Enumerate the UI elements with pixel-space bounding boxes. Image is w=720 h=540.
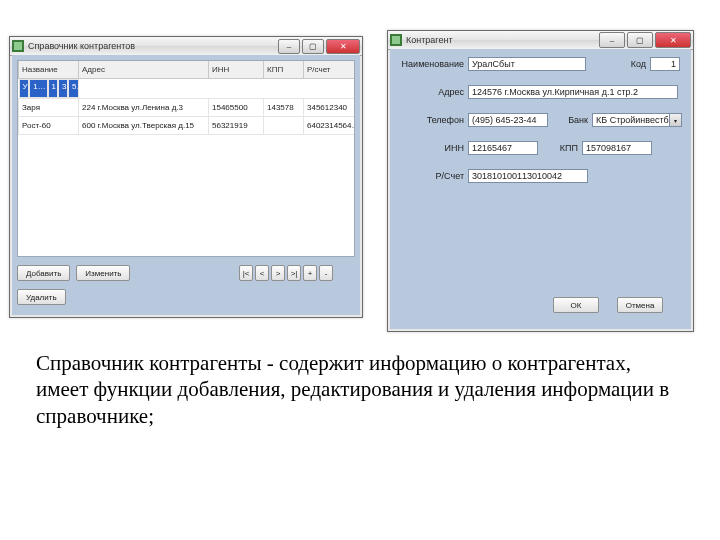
rs-label: Р/Счет	[398, 171, 468, 181]
inn-label: ИНН	[398, 143, 468, 153]
minimize-button[interactable]: –	[599, 32, 625, 48]
col-kpp[interactable]: КПП	[264, 61, 304, 79]
bank-label: Банк	[548, 115, 592, 125]
code-input[interactable]: 1	[650, 57, 680, 71]
nav-prev-button[interactable]: <	[255, 265, 269, 281]
app-icon	[390, 34, 402, 46]
rs-input[interactable]: 301810100113010042	[468, 169, 588, 183]
cell: 124576 г.Москва ул.Кирпичная д.1 стр.2	[29, 79, 47, 98]
addr-input[interactable]: 124576 г.Москва ул.Кирпичная д.1 стр.2	[468, 85, 678, 99]
addr-label: Адрес	[398, 87, 468, 97]
cell: Рост-60	[19, 117, 79, 135]
cancel-button[interactable]: Отмена	[617, 297, 663, 313]
phone-label: Телефон	[398, 115, 468, 125]
delete-button[interactable]: Удалить	[17, 289, 66, 305]
add-button[interactable]: Добавить	[17, 265, 70, 281]
close-button[interactable]: ✕	[326, 39, 360, 54]
cell: 15465500	[209, 99, 264, 117]
col-addr[interactable]: Адрес	[79, 61, 209, 79]
phone-input[interactable]: (495) 645-23-44	[468, 113, 548, 127]
table-row[interactable]: УралСбыт124576 г.Москва ул.Кирпичная д.1…	[19, 79, 79, 98]
name-input[interactable]: УралСбыт	[468, 57, 586, 71]
maximize-button[interactable]: ▢	[302, 39, 324, 54]
name-label: Наименование	[398, 59, 468, 69]
table-row[interactable]: Рост-60600 г.Москва ул.Тверская д.155632…	[19, 117, 356, 135]
cell: 56321919	[209, 117, 264, 135]
cell: 362716	[58, 79, 68, 98]
code-label: Код	[586, 59, 650, 69]
close-button[interactable]: ✕	[655, 32, 691, 48]
cell: 600 г.Москва ул.Тверская д.15	[79, 117, 209, 135]
contragent-form-window: Контрагент – ▢ ✕ Наименование УралСбыт К…	[387, 30, 694, 332]
cell: 12165467	[48, 79, 59, 98]
cell: 224 г.Москва ул.Ленина д.3	[79, 99, 209, 117]
svg-rect-1	[14, 42, 22, 50]
cell: Заря	[19, 99, 79, 117]
maximize-button[interactable]: ▢	[627, 32, 653, 48]
nav-del-button[interactable]: -	[319, 265, 333, 281]
app-icon	[12, 40, 24, 52]
cell: 640231456468729	[304, 117, 356, 135]
cell	[264, 117, 304, 135]
contragents-grid[interactable]: Название Адрес ИНН КПП Р/счет УралСбыт12…	[17, 60, 355, 257]
col-rs[interactable]: Р/счет	[304, 61, 356, 79]
cell: 52014672	[68, 79, 79, 98]
col-name[interactable]: Название	[19, 61, 79, 79]
cell: 345612340	[304, 99, 356, 117]
bank-select[interactable]: КБ Стройинвестбанк	[592, 113, 670, 127]
kpp-input[interactable]: 157098167	[582, 141, 652, 155]
contragents-list-window: Справочник контрагентов – ▢ ✕ Название А…	[9, 36, 363, 318]
kpp-label: КПП	[538, 143, 582, 153]
nav-add-button[interactable]: +	[303, 265, 317, 281]
window-title: Контрагент	[406, 35, 597, 45]
window-title: Справочник контрагентов	[28, 41, 276, 51]
titlebar[interactable]: Справочник контрагентов – ▢ ✕	[10, 37, 362, 56]
minimize-button[interactable]: –	[278, 39, 300, 54]
cell: УралСбыт	[19, 79, 30, 98]
col-inn[interactable]: ИНН	[209, 61, 264, 79]
ok-button[interactable]: ОК	[553, 297, 599, 313]
nav-next-button[interactable]: >	[271, 265, 285, 281]
cell: 143578	[264, 99, 304, 117]
titlebar[interactable]: Контрагент – ▢ ✕	[388, 31, 693, 50]
chevron-down-icon[interactable]: ▾	[670, 113, 682, 127]
nav-first-button[interactable]: |<	[239, 265, 253, 281]
nav-last-button[interactable]: >|	[287, 265, 301, 281]
inn-input[interactable]: 12165467	[468, 141, 538, 155]
table-row[interactable]: Заря224 г.Москва ул.Ленина д.31546550014…	[19, 99, 356, 117]
edit-button[interactable]: Изменить	[76, 265, 130, 281]
slide-caption: Справочник контрагенты - содержит информ…	[36, 350, 684, 429]
svg-rect-3	[392, 36, 400, 44]
